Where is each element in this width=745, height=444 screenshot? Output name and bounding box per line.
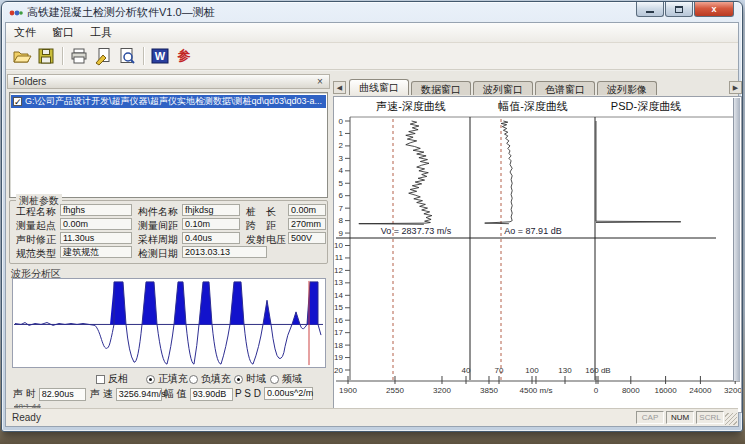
pile-params-group: 测桩参数 工程名称 fhghs 构件名称 fhjkdsg 桩 长 0.00m 测… <box>9 200 328 264</box>
chart-scrollbar[interactable] <box>733 98 740 381</box>
depth-curves-svg: 0123456789101112131415161718192019002550… <box>334 97 741 411</box>
waveform-controls: 反相 正填充 负填充 时域 <box>6 372 332 385</box>
depth-tick-label: 17 <box>334 328 343 337</box>
psd-depth-curve <box>596 121 681 223</box>
folders-panel-header: Folders × <box>7 74 330 89</box>
param-label: 检测日期 <box>138 247 178 261</box>
psd-value: 0.00us^2/m <box>264 387 313 400</box>
freq-domain-radio[interactable]: 频域 <box>270 372 302 386</box>
menu-tools[interactable]: 工具 <box>82 23 120 42</box>
depth-tick-label: 7 <box>339 204 344 213</box>
depth-tick-label: 3 <box>339 154 344 163</box>
time-domain-radio[interactable]: 时域 <box>234 372 266 386</box>
depth-tick-label: 1 <box>339 129 344 138</box>
open-button[interactable] <box>10 45 34 68</box>
curve-chart-area[interactable]: 声速-深度曲线 幅值-深度曲线 PSD-深度曲线 012345678910111… <box>333 96 742 413</box>
radio-icon <box>270 375 279 384</box>
depth-tick-label: 13 <box>334 278 343 287</box>
tab-data-window[interactable]: 数据窗口 <box>411 81 471 95</box>
radio-icon <box>146 375 155 384</box>
toolbar: W 参 <box>6 43 738 70</box>
x-tick-label: 3200 <box>433 386 451 395</box>
depth-tick-label: 15 <box>334 303 343 312</box>
tab-curve-window[interactable]: 曲线窗口 <box>349 79 409 95</box>
depth-tick-label: 9 <box>339 229 344 238</box>
amplitude-depth-curve <box>485 121 513 224</box>
x-tick-label: 100 <box>525 366 539 375</box>
param-field: 2013.03.13 <box>182 246 267 258</box>
save-floppy-icon <box>36 46 56 66</box>
velocity-depth-curve <box>359 121 432 224</box>
x-tick-label: 3850 <box>480 386 498 395</box>
param-label: 声时修正 <box>16 233 56 247</box>
x-tick-label: 70 <box>495 366 504 375</box>
waveform-svg <box>13 279 325 367</box>
toolbar-separator <box>62 47 63 65</box>
file-list-item[interactable]: ✓ G:\公司产品设计开发\超声仪器\超声仪实地检测数据\测桩qd\qd03\q… <box>11 95 326 108</box>
waveform-plot[interactable] <box>12 278 326 368</box>
x-tick-label: 24000 <box>689 386 712 395</box>
param-field: 500V <box>288 232 326 244</box>
depth-tick-label: 20 <box>334 366 343 375</box>
close-button[interactable]: x <box>694 2 734 17</box>
depth-tick-label: 4 <box>339 166 344 175</box>
x-tick-label: 32000 <box>724 386 741 395</box>
print-button[interactable] <box>67 45 91 68</box>
maximize-icon <box>675 6 683 13</box>
menu-window[interactable]: 窗口 <box>44 23 82 42</box>
maximize-button[interactable] <box>665 2 693 17</box>
amplitude-value: 93.90dB <box>190 388 233 401</box>
positive-fill-radio[interactable]: 正填充 <box>146 372 188 386</box>
parameters-button[interactable]: 参 <box>172 45 196 68</box>
chart-annotation: Ao = 87.91 dB <box>504 226 561 236</box>
export-button[interactable] <box>91 45 115 68</box>
window-title: 高铁建混凝土检测分析软件V1.0—测桩 <box>27 5 215 20</box>
checkbox-icon <box>96 375 105 384</box>
tab-wavetrain-image[interactable]: 波列影像 <box>597 81 657 95</box>
sound-speed-readout: 声 速 3256.94m/s <box>90 387 162 401</box>
tab-scroll-right[interactable]: ▶ <box>729 81 742 94</box>
minimize-button[interactable] <box>636 2 664 17</box>
tab-scroll-left[interactable]: ◀ <box>333 81 346 94</box>
menu-file[interactable]: 文件 <box>6 23 44 42</box>
x-tick-label: 130 <box>558 366 572 375</box>
word-export-button[interactable]: W <box>148 45 172 68</box>
depth-tick-label: 11 <box>335 253 344 262</box>
x-tick-label: 16000 <box>654 386 677 395</box>
chart-annotation: Vo = 2837.73 m/s <box>381 226 452 236</box>
save-button[interactable] <box>34 45 58 68</box>
file-listbox[interactable]: ✓ G:\公司产品设计开发\超声仪器\超声仪实地检测数据\测桩qd\qd03\q… <box>9 92 328 198</box>
x-tick-label: 40 <box>462 366 471 375</box>
titlebar: 高铁建混凝土检测分析软件V1.0—测桩 x <box>2 2 742 22</box>
depth-tick-label: 12 <box>334 266 343 275</box>
resize-grip[interactable] <box>725 413 737 425</box>
depth-tick-label: 19 <box>334 353 343 362</box>
depth-tick-label: 16 <box>334 316 343 325</box>
param-label: 规范类型 <box>16 247 56 261</box>
x-tick-label: 8000 <box>622 386 640 395</box>
depth-tick-label: 5 <box>339 179 344 188</box>
print-preview-button[interactable] <box>115 45 139 68</box>
param-label: 发射电压 <box>246 233 286 247</box>
app-icon <box>9 5 23 19</box>
depth-tick-label: 6 <box>339 191 344 200</box>
app-window: 高铁建混凝土检测分析软件V1.0—测桩 x 文件 窗口 工具 <box>1 1 743 432</box>
parameters-icon: 参 <box>178 47 191 65</box>
invert-checkbox[interactable]: 反相 <box>96 372 128 386</box>
tab-wavetrain-window[interactable]: 波列窗口 <box>473 81 533 95</box>
open-folder-icon <box>12 46 32 66</box>
printer-icon <box>69 46 89 66</box>
sound-time-value: 82.90us <box>39 388 86 401</box>
sound-time-readout: 声 时 82.90us <box>13 387 86 401</box>
negative-fill-radio[interactable]: 负填充 <box>189 372 231 386</box>
tab-spectrum-window[interactable]: 色谱窗口 <box>535 81 595 95</box>
folders-close-icon[interactable]: × <box>314 75 326 88</box>
page-setup-icon <box>93 46 113 66</box>
statusbar: Ready CAP NUM SCRL <box>6 408 738 426</box>
window-frame: 文件 窗口 工具 <box>5 22 739 427</box>
depth-tick-label: 2 <box>339 141 344 150</box>
file-checkbox[interactable]: ✓ <box>13 97 22 106</box>
tabstrip: ◀ 曲线窗口 数据窗口 波列窗口 色谱窗口 波列影像 ▶ <box>333 79 742 96</box>
radio-icon <box>189 375 198 384</box>
radio-icon <box>234 375 243 384</box>
